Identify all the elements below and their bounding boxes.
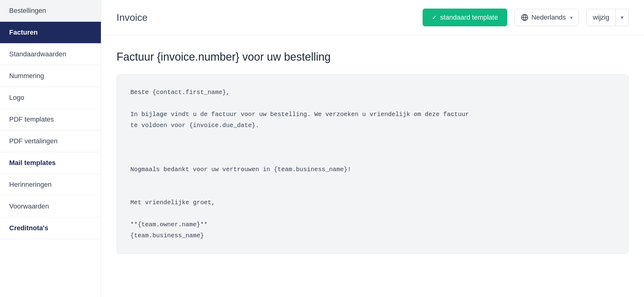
sidebar-item-mail-templates[interactable]: Mail templates (0, 152, 101, 174)
page-header: Invoice ✓ standaard template Nederlands … (101, 0, 644, 35)
invoice-subject: Factuur {invoice.number} voor uw bestell… (117, 51, 629, 63)
language-chevron-icon: ▾ (570, 15, 573, 21)
sidebar-item-bestellingen[interactable]: Bestellingen (0, 0, 101, 22)
main-content: Invoice ✓ standaard template Nederlands … (101, 0, 644, 297)
sidebar-item-standaardwaarden[interactable]: Standaardwaarden (0, 43, 101, 65)
sidebar-item-voorwaarden[interactable]: Voorwaarden (0, 196, 101, 217)
check-icon: ✓ (432, 14, 437, 21)
sidebar-item-facturen[interactable]: Facturen (0, 22, 101, 43)
sidebar-item-herinneringen[interactable]: Herinneringen (0, 174, 101, 196)
language-label: Nederlands (531, 13, 566, 21)
wijzig-button[interactable]: wijzig ▾ (586, 9, 629, 26)
template-content: Factuur {invoice.number} voor uw bestell… (101, 35, 644, 297)
wijzig-label: wijzig (587, 9, 616, 26)
sidebar-item-pdf-templates[interactable]: PDF templates (0, 109, 101, 130)
sidebar-item-creditnotas[interactable]: Creditnota's (0, 217, 101, 239)
wijzig-chevron-icon: ▾ (616, 10, 628, 25)
page-title: Invoice (117, 12, 415, 23)
globe-icon (521, 14, 528, 21)
sidebar-item-nummering[interactable]: Nummering (0, 65, 101, 87)
sidebar-item-pdf-vertalingen[interactable]: PDF vertalingen (0, 130, 101, 152)
template-body: Beste {contact.first_name}, In bijlage v… (117, 74, 629, 254)
sidebar-item-logo[interactable]: Logo (0, 87, 101, 109)
standaard-label: standaard template (440, 13, 498, 21)
sidebar: BestellingenFacturenStandaardwaardenNumm… (0, 0, 101, 297)
language-button[interactable]: Nederlands ▾ (515, 9, 579, 26)
standaard-template-button[interactable]: ✓ standaard template (423, 9, 507, 26)
